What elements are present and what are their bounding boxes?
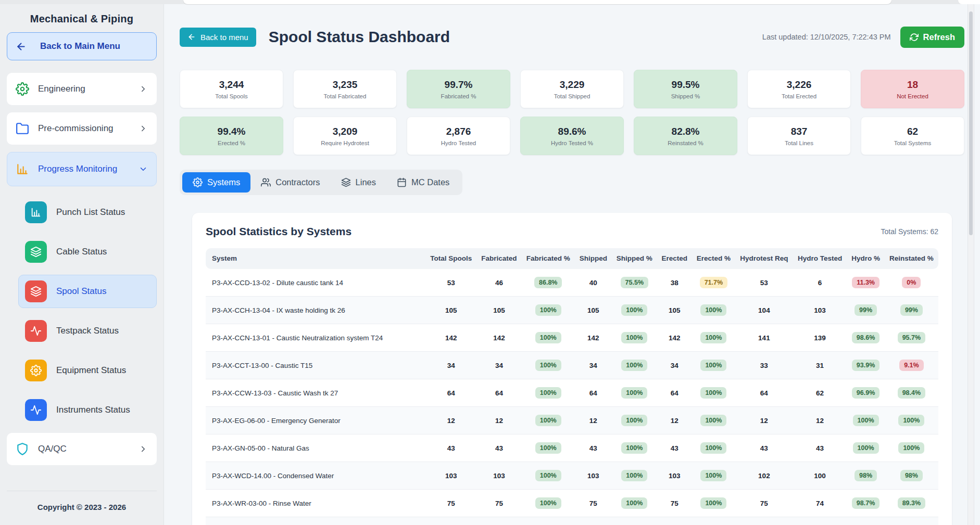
- scrollbar-thumb[interactable]: [969, 11, 973, 235]
- bar-chart-icon-tile: [25, 201, 47, 223]
- column-header-fabricated: Fabricated %: [522, 248, 575, 269]
- tab-mc-dates[interactable]: MC Dates: [386, 172, 460, 193]
- value-cell: 75: [657, 490, 692, 517]
- stat-label: Fabricated %: [441, 93, 476, 99]
- sidebar-item-qa-qc[interactable]: QA/QC: [7, 433, 157, 465]
- sidebar-item-testpack-status[interactable]: Testpack Status: [18, 314, 157, 348]
- browser-address-bar-fragment: [183, 0, 891, 4]
- percent-badge: 98.7%: [852, 497, 880, 509]
- gear-icon-tile: [25, 360, 47, 381]
- value-cell: 100%: [692, 490, 735, 517]
- value-cell: 105: [657, 297, 692, 324]
- sidebar-item-cable-status[interactable]: Cable Status: [18, 235, 157, 268]
- column-header-system: System: [206, 248, 425, 269]
- sidebar-item-pre-commissioning[interactable]: Pre-commissioning: [7, 112, 157, 145]
- stat-label: Total Erected: [782, 93, 816, 99]
- value-cell: 100%: [847, 434, 884, 462]
- sidebar-item-spool-status[interactable]: Spool Status: [18, 275, 157, 308]
- value-cell: 98%: [885, 462, 938, 490]
- page-scrollbar[interactable]: [968, 4, 974, 525]
- layers-icon-tile: [25, 241, 47, 263]
- sidebar-item-progress-monitoring[interactable]: Progress Monitoring: [7, 152, 157, 186]
- refresh-label: Refresh: [923, 32, 955, 42]
- percent-badge: 0%: [902, 277, 921, 288]
- stat-value: 99.4%: [218, 126, 246, 137]
- sidebar-item-equipment-status[interactable]: Equipment Status: [18, 354, 157, 387]
- stat-value: 99.7%: [445, 79, 473, 91]
- value-cell: 100%: [885, 407, 938, 434]
- value-cell: 43: [735, 434, 793, 462]
- column-header-total-spools: Total Spools: [425, 248, 476, 269]
- percent-badge: 100%: [621, 332, 647, 343]
- tab-label: MC Dates: [411, 177, 449, 187]
- sidebar-menu: EngineeringPre-commissioningProgress Mon…: [7, 73, 157, 433]
- back-to-menu-button[interactable]: Back to menu: [180, 28, 256, 47]
- tab-contractors[interactable]: Contractors: [250, 172, 330, 193]
- value-cell: 12: [425, 407, 476, 434]
- percent-badge: 100%: [621, 415, 647, 426]
- stat-label: Hydro Tested: [441, 140, 476, 146]
- column-header-shipped: Shipped: [575, 248, 612, 269]
- table-body: P3-AX-CCD-13-02 - Dilute caustic tank 14…: [206, 269, 938, 525]
- percent-badge: 89.3%: [898, 497, 925, 509]
- value-cell: 100%: [847, 407, 884, 434]
- pulse-icon: [30, 325, 42, 337]
- value-cell: 19: [657, 517, 692, 525]
- sidebar-item-label: Engineering: [38, 84, 85, 94]
- chevron-down-icon: [139, 164, 148, 174]
- value-cell: 100%: [612, 297, 657, 324]
- stat-label: Require Hydrotest: [321, 140, 369, 146]
- tab-lines[interactable]: Lines: [331, 172, 386, 193]
- gear-icon: [30, 365, 42, 376]
- percent-badge: 100%: [898, 442, 924, 454]
- value-cell: 103: [793, 297, 847, 324]
- tab-bar: SystemsContractorsLinesMC Dates: [180, 170, 462, 195]
- chevron-right-icon-wrap: [139, 124, 148, 133]
- percent-badge: 100%: [700, 332, 726, 343]
- stat-value: 3,229: [560, 79, 585, 91]
- folder-icon-wrap: [16, 122, 29, 135]
- value-cell: 89.3%: [885, 490, 938, 517]
- sidebar: Mechanical & Piping Back to Main Menu En…: [0, 4, 164, 525]
- refresh-button[interactable]: Refresh: [900, 27, 964, 48]
- sidebar-title: Mechanical & Piping: [7, 13, 157, 25]
- value-cell: 43: [657, 434, 692, 462]
- layers-icon: [30, 246, 42, 258]
- value-cell: 100%: [612, 352, 657, 379]
- sidebar-item-instruments-status[interactable]: Instruments Status: [18, 393, 157, 427]
- gear-icon: [16, 82, 29, 96]
- value-cell: 100%: [522, 434, 575, 462]
- chevron-down-icon-wrap: [139, 164, 148, 174]
- chevron-right-icon: [139, 124, 148, 133]
- value-cell: 6: [793, 269, 847, 297]
- last-updated-text: Last updated: 12/10/2025, 7:22:43 PM: [762, 33, 891, 41]
- percent-badge: 11.3%: [852, 277, 880, 288]
- arrow-left-icon: [16, 41, 27, 52]
- value-cell: 40: [575, 269, 612, 297]
- value-cell: 103: [657, 462, 692, 490]
- sidebar-item-punch-list-status[interactable]: Punch List Status: [18, 196, 157, 229]
- value-cell: 100%: [612, 462, 657, 490]
- sidebar-item-engineering[interactable]: Engineering: [7, 73, 157, 105]
- stat-card-total-systems: 62Total Systems: [861, 117, 964, 155]
- value-cell: 103: [425, 462, 476, 490]
- value-cell: 75: [476, 490, 521, 517]
- chevron-right-icon: [139, 444, 148, 454]
- tab-systems[interactable]: Systems: [182, 172, 250, 193]
- chevron-right-icon-wrap: [139, 444, 148, 454]
- chevron-right-icon-wrap: [139, 84, 148, 94]
- system-name-cell: P3-AX-CCN-13-01 - Caustic Neutralization…: [206, 324, 425, 352]
- shield-icon: [16, 442, 29, 456]
- back-to-main-menu-button[interactable]: Back to Main Menu: [7, 32, 157, 60]
- value-cell: 100%: [885, 434, 938, 462]
- value-cell: 62: [793, 379, 847, 407]
- folder-icon: [16, 122, 29, 135]
- value-cell: 64: [575, 379, 612, 407]
- percent-badge: 100%: [700, 497, 726, 509]
- app-window: Mechanical & Piping Back to Main Menu En…: [0, 4, 980, 525]
- stat-label: Not Erected: [897, 93, 928, 99]
- gear-icon-wrap: [16, 82, 29, 96]
- percent-badge: 96.9%: [852, 387, 880, 399]
- percent-badge: 71.7%: [700, 277, 727, 288]
- value-cell: 75: [425, 490, 476, 517]
